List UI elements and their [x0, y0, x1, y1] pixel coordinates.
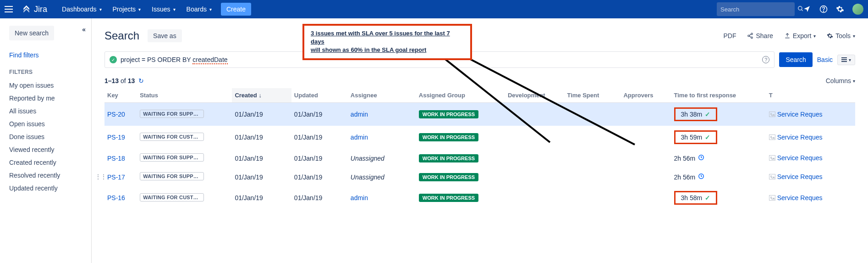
col-updated[interactable]: Updated — [291, 88, 348, 103]
sort-down-icon: ↓ — [258, 92, 262, 99]
issue-key-link[interactable]: PS-18 — [107, 155, 125, 162]
issue-type-link[interactable]: Service Reques — [769, 194, 823, 201]
jql-help-icon[interactable]: ? — [762, 56, 769, 63]
issue-type-link[interactable]: Service Reques — [769, 111, 823, 118]
broken-image-icon — [769, 155, 775, 161]
sidebar-filter-item[interactable]: Open issues — [9, 118, 91, 130]
col-created[interactable]: Created ↓ — [232, 88, 291, 103]
issue-type-link[interactable]: Service Reques — [769, 154, 823, 162]
tools-action[interactable]: Tools ▾ — [827, 32, 855, 39]
col-key[interactable]: Key — [104, 88, 137, 103]
issue-type-link[interactable]: Service Reques — [769, 134, 823, 141]
global-search[interactable] — [717, 2, 795, 16]
columns-button[interactable]: Columns ▾ — [826, 77, 855, 84]
table-row[interactable]: PS-16WAITING FOR CUSTOM...01/Jan/1901/Ja… — [104, 186, 855, 209]
refresh-icon[interactable]: ↻ — [138, 77, 144, 84]
nav-dashboards[interactable]: Dashboards▾ — [56, 0, 107, 18]
status-lozenge: WAITING FOR CUSTOM... — [140, 133, 204, 141]
pdf-action[interactable]: PDF — [723, 32, 736, 39]
global-search-input[interactable] — [720, 6, 797, 13]
save-as-button[interactable]: Save as — [148, 29, 182, 42]
table-row[interactable]: PS-19WAITING FOR CUSTOM...01/Jan/1901/Ja… — [104, 126, 855, 149]
group-lozenge: WORK IN PROGRESS — [419, 110, 478, 118]
issue-key-link[interactable]: PS-19 — [107, 134, 125, 141]
sidebar-filter-item[interactable]: Done issues — [9, 130, 91, 143]
group-lozenge: WORK IN PROGRESS — [419, 173, 478, 181]
nav-boards[interactable]: Boards▾ — [181, 0, 217, 18]
col-ttfr[interactable]: Time to first response — [671, 88, 766, 103]
jira-logo[interactable]: Jira — [22, 5, 47, 14]
sla-clock-icon — [698, 173, 704, 181]
chevron-down-icon: ▾ — [853, 78, 855, 84]
sla-met-icon: ✓ — [705, 111, 710, 118]
settings-icon[interactable] — [836, 5, 844, 13]
table-row[interactable]: ⋮⋮PS-17WAITING FOR SUPPORT01/Jan/1901/Ja… — [104, 168, 855, 186]
table-row[interactable]: PS-20WAITING FOR SUPPORT01/Jan/1901/Jan/… — [104, 103, 855, 126]
col-approvers[interactable]: Approvers — [621, 88, 671, 103]
nav-projects[interactable]: Projects▾ — [107, 0, 147, 18]
sidebar-filter-item[interactable]: Reported by me — [9, 92, 91, 105]
search-button[interactable]: Search — [779, 52, 812, 67]
sidebar-filter-item[interactable]: Viewed recently — [9, 143, 91, 156]
share-action[interactable]: Share — [747, 32, 773, 39]
share-icon — [747, 33, 753, 39]
status-lozenge: WAITING FOR SUPPORT — [140, 110, 204, 118]
nav-issues[interactable]: Issues▾ — [146, 0, 181, 18]
issue-key-link[interactable]: PS-20 — [107, 111, 125, 118]
issue-key-link[interactable]: PS-16 — [107, 194, 125, 201]
col-assignee[interactable]: Assignee — [348, 88, 416, 103]
jql-text: project = PS ORDER BY createdDate — [121, 56, 228, 63]
filters-heading: FILTERS — [9, 69, 91, 75]
help-icon[interactable] — [819, 5, 828, 13]
jira-icon — [22, 5, 31, 14]
col-development[interactable]: Development — [505, 88, 564, 103]
col-assigned-group[interactable]: Assigned Group — [416, 88, 505, 103]
updated-cell: 01/Jan/19 — [291, 186, 348, 209]
sla-clock-icon — [698, 154, 704, 162]
results-count: 1–13 of 13 ↻ — [104, 77, 144, 84]
table-row[interactable]: PS-18WAITING FOR SUPPORT01/Jan/1901/Jan/… — [104, 149, 855, 168]
broken-image-icon — [769, 174, 775, 179]
broken-image-icon — [769, 112, 775, 117]
group-lozenge: WORK IN PROGRESS — [419, 194, 478, 202]
drag-handle-icon[interactable]: ⋮⋮ — [95, 173, 106, 180]
created-cell: 01/Jan/19 — [232, 168, 291, 186]
chevron-down-icon: ▾ — [853, 34, 855, 39]
assignee-link[interactable]: admin — [351, 111, 368, 118]
menu-icon[interactable] — [5, 4, 16, 15]
col-status[interactable]: Status — [137, 88, 232, 103]
user-avatar[interactable] — [852, 4, 863, 15]
sidebar-filter-item[interactable]: Updated recently — [9, 182, 91, 195]
sla-cell: 2h 56m — [674, 154, 705, 162]
chevron-down-icon: ▾ — [173, 7, 176, 12]
sidebar-filter-item[interactable]: Resolved recently — [9, 169, 91, 182]
assignee-link[interactable]: admin — [351, 134, 368, 141]
chevron-down-icon: ▾ — [138, 7, 141, 12]
issue-type-link[interactable]: Service Reques — [769, 173, 823, 180]
broken-image-icon — [769, 134, 775, 140]
list-layout-icon — [841, 57, 847, 62]
chevron-down-icon: ▾ — [849, 57, 851, 62]
gear-icon — [827, 33, 833, 39]
create-button[interactable]: Create — [221, 3, 251, 16]
sidebar-filter-item[interactable]: Created recently — [9, 156, 91, 169]
basic-mode-link[interactable]: Basic — [817, 56, 833, 63]
status-lozenge: WAITING FOR SUPPORT — [140, 172, 204, 180]
updated-cell: 01/Jan/19 — [291, 126, 348, 149]
svg-point-3 — [823, 11, 824, 11]
assignee-link[interactable]: admin — [351, 194, 368, 201]
feedback-icon[interactable] — [803, 5, 811, 13]
sidebar-filter-item[interactable]: My open issues — [9, 79, 91, 92]
layout-toggle[interactable]: ▾ — [837, 55, 855, 65]
svg-point-7 — [748, 35, 750, 37]
new-search-button[interactable]: New search — [9, 26, 54, 40]
col-type[interactable]: T — [766, 88, 855, 103]
export-action[interactable]: Export ▾ — [784, 32, 816, 39]
export-icon — [784, 33, 791, 39]
col-time-spent[interactable]: Time Spent — [564, 88, 621, 103]
collapse-sidebar-icon[interactable]: « — [82, 26, 86, 33]
top-nav: Jira Dashboards▾ Projects▾ Issues▾ Board… — [0, 0, 868, 18]
sidebar-filter-item[interactable]: All issues — [9, 105, 91, 118]
issue-key-link[interactable]: PS-17 — [107, 173, 125, 181]
find-filters-link[interactable]: Find filters — [9, 51, 91, 59]
